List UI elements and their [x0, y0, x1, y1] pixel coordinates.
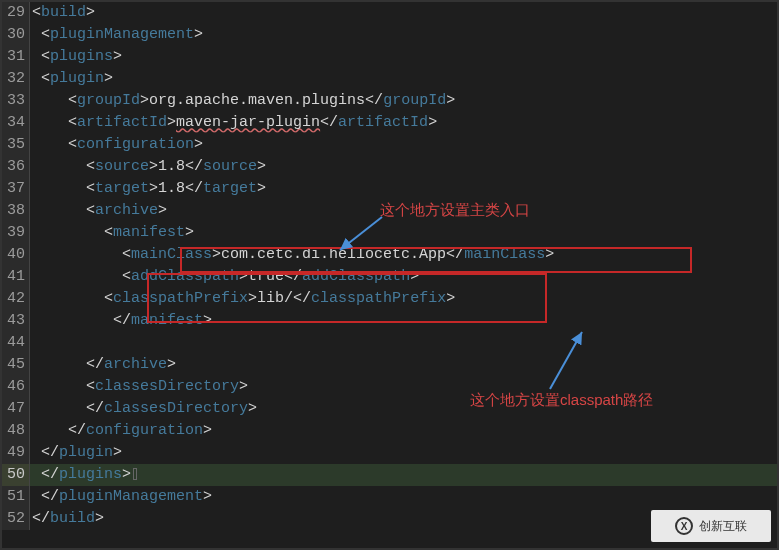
code-line[interactable]: 32 <plugin> — [2, 68, 777, 90]
code-line[interactable]: 51 </pluginManagement> — [2, 486, 777, 508]
line-number: 43 — [2, 310, 30, 332]
watermark-logo-icon: X — [675, 517, 693, 535]
code-line[interactable]: 42 <classpathPrefix>lib/</classpathPrefi… — [2, 288, 777, 310]
code-content[interactable] — [30, 332, 777, 354]
line-number: 41 — [2, 266, 30, 288]
code-line[interactable]: 41 <addClasspath>true</addClasspath> — [2, 266, 777, 288]
code-content[interactable]: <groupId>org.apache.maven.plugins</group… — [30, 90, 777, 112]
line-number: 30 — [2, 24, 30, 46]
line-number: 47 — [2, 398, 30, 420]
code-line[interactable]: 46 <classesDirectory> — [2, 376, 777, 398]
code-line[interactable]: 35 <configuration> — [2, 134, 777, 156]
line-number: 34 — [2, 112, 30, 134]
code-line[interactable]: 33 <groupId>org.apache.maven.plugins</gr… — [2, 90, 777, 112]
line-number: 50 — [2, 464, 30, 486]
code-line[interactable]: 49 </plugin> — [2, 442, 777, 464]
code-content[interactable]: <plugin> — [30, 68, 777, 90]
line-number: 39 — [2, 222, 30, 244]
line-number: 46 — [2, 376, 30, 398]
code-line[interactable]: 30 <pluginManagement> — [2, 24, 777, 46]
code-line[interactable]: 39 <manifest> — [2, 222, 777, 244]
line-number: 52 — [2, 508, 30, 530]
line-number: 48 — [2, 420, 30, 442]
watermark-text: 创新互联 — [699, 518, 747, 535]
code-line[interactable]: 48 </configuration> — [2, 420, 777, 442]
code-content[interactable]: </archive> — [30, 354, 777, 376]
line-number: 29 — [2, 2, 30, 24]
code-content[interactable]: </pluginManagement> — [30, 486, 777, 508]
code-line[interactable]: 31 <plugins> — [2, 46, 777, 68]
code-content[interactable]: <build> — [30, 2, 777, 24]
line-number: 45 — [2, 354, 30, 376]
code-editor[interactable]: 29<build>30 <pluginManagement>31 <plugin… — [2, 2, 777, 548]
code-content[interactable]: <archive> — [30, 200, 777, 222]
watermark: X 创新互联 — [651, 510, 771, 542]
code-line[interactable]: 40 <mainClass>com.cetc.di.hellocetc.App<… — [2, 244, 777, 266]
code-line[interactable]: 36 <source>1.8</source> — [2, 156, 777, 178]
code-content[interactable]: <classesDirectory> — [30, 376, 777, 398]
code-line[interactable]: 43 </manifest> — [2, 310, 777, 332]
line-number: 40 — [2, 244, 30, 266]
code-content[interactable]: <addClasspath>true</addClasspath> — [30, 266, 777, 288]
code-content[interactable]: <pluginManagement> — [30, 24, 777, 46]
code-content[interactable]: </plugins> — [30, 464, 777, 486]
code-line[interactable]: 29<build> — [2, 2, 777, 24]
code-line[interactable]: 34 <artifactId>maven-jar-plugin</artifac… — [2, 112, 777, 134]
code-content[interactable]: </configuration> — [30, 420, 777, 442]
code-line[interactable]: 50 </plugins> — [2, 464, 777, 486]
code-content[interactable]: <source>1.8</source> — [30, 156, 777, 178]
line-number: 51 — [2, 486, 30, 508]
code-content[interactable]: </manifest> — [30, 310, 777, 332]
line-number: 32 — [2, 68, 30, 90]
code-content[interactable]: <artifactId>maven-jar-plugin</artifactId… — [30, 112, 777, 134]
code-content[interactable]: </plugin> — [30, 442, 777, 464]
code-content[interactable]: </classesDirectory> — [30, 398, 777, 420]
line-number: 44 — [2, 332, 30, 354]
code-line[interactable]: 45 </archive> — [2, 354, 777, 376]
line-number: 31 — [2, 46, 30, 68]
code-line[interactable]: 37 <target>1.8</target> — [2, 178, 777, 200]
line-number: 33 — [2, 90, 30, 112]
line-number: 35 — [2, 134, 30, 156]
line-number: 49 — [2, 442, 30, 464]
line-number: 42 — [2, 288, 30, 310]
code-content[interactable]: <manifest> — [30, 222, 777, 244]
line-number: 36 — [2, 156, 30, 178]
code-line[interactable]: 38 <archive> — [2, 200, 777, 222]
line-number: 38 — [2, 200, 30, 222]
code-content[interactable]: <configuration> — [30, 134, 777, 156]
code-line[interactable]: 44 — [2, 332, 777, 354]
code-content[interactable]: <classpathPrefix>lib/</classpathPrefix> — [30, 288, 777, 310]
code-content[interactable]: <plugins> — [30, 46, 777, 68]
code-line[interactable]: 47 </classesDirectory> — [2, 398, 777, 420]
line-number: 37 — [2, 178, 30, 200]
code-content[interactable]: <mainClass>com.cetc.di.hellocetc.App</ma… — [30, 244, 777, 266]
code-content[interactable]: <target>1.8</target> — [30, 178, 777, 200]
